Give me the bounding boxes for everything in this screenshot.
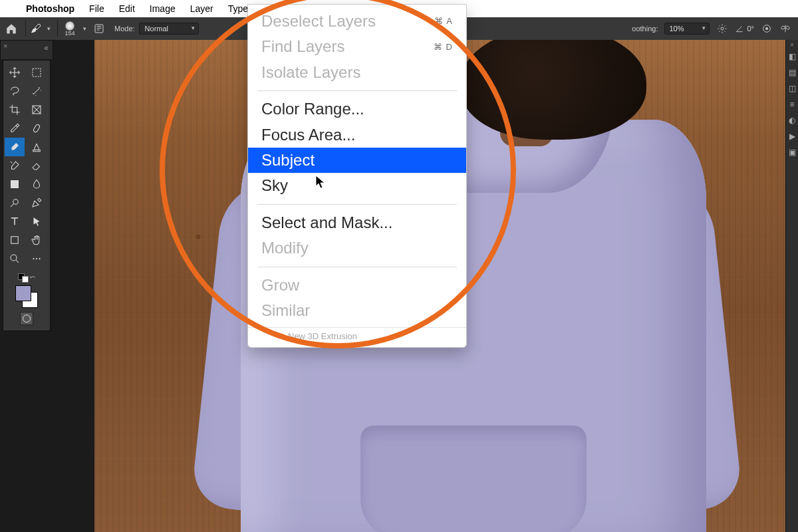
brush-tool-icon[interactable]: 🖌 — [29, 23, 43, 35]
default-colors-icon[interactable]: ⤺ — [15, 272, 38, 281]
menu-item-select-and-mask[interactable]: Select and Mask... — [248, 210, 466, 235]
divider — [25, 21, 26, 37]
edit-toolbar-icon[interactable] — [27, 249, 47, 268]
lasso-tool-icon[interactable] — [5, 82, 25, 100]
menu-item-label: Find Layers — [261, 36, 344, 57]
zoom-tool-icon[interactable] — [5, 249, 25, 268]
pressure-opacity-icon[interactable] — [761, 23, 773, 35]
brush-picker-caret-icon[interactable]: ▾ — [79, 25, 90, 32]
color-swatches[interactable] — [15, 285, 38, 308]
menu-item-isolate-layers[interactable]: Isolate Layers — [248, 60, 466, 85]
symmetry-butterfly-icon[interactable] — [779, 23, 791, 35]
clone-stamp-tool-icon[interactable] — [27, 138, 47, 156]
svg-point-3 — [765, 27, 768, 30]
panel-icon[interactable]: ≡ — [786, 96, 798, 112]
type-tool-icon[interactable] — [5, 212, 25, 231]
menu-item-deselect-layers[interactable]: Deselect Layers ⌘ A — [248, 9, 466, 34]
frame-tool-icon[interactable] — [27, 100, 47, 119]
quick-mask-icon[interactable] — [5, 312, 49, 325]
eraser-tool-icon[interactable] — [27, 156, 47, 175]
brush-tip-icon — [65, 21, 74, 31]
rect-marquee-tool-icon[interactable] — [27, 63, 47, 82]
eyedropper-tool-icon[interactable] — [5, 119, 25, 138]
pen-tool-icon[interactable] — [27, 194, 47, 212]
menu-separator — [257, 204, 457, 205]
svg-rect-6 — [33, 124, 40, 132]
brush-panel-icon[interactable] — [93, 23, 105, 35]
right-panel-dock[interactable]: × ◧ ▤ ◫ ≡ ◐ ▶ ▣ — [785, 40, 798, 532]
menu-item-label: Grow — [261, 275, 299, 296]
svg-point-10 — [11, 255, 17, 261]
menu-item-color-range[interactable]: Color Range... — [248, 96, 466, 122]
svg-point-1 — [721, 27, 724, 30]
svg-rect-0 — [95, 25, 103, 33]
menu-item-label: Subject — [261, 150, 315, 171]
panel-icon[interactable]: ▤ — [786, 65, 798, 80]
menu-item-grow[interactable]: Grow — [248, 273, 466, 298]
brush-tool-icon[interactable] — [5, 138, 25, 156]
menu-separator — [257, 267, 457, 267]
menu-item-label: New 3D Extrusion — [288, 331, 357, 341]
blend-mode-value: Normal — [145, 25, 168, 33]
panel-icon[interactable]: ◧ — [786, 49, 798, 65]
menu-app[interactable]: Photoshop — [19, 3, 82, 14]
tools-panel: ⤺ — [0, 60, 53, 331]
foreground-color-swatch[interactable] — [15, 285, 31, 301]
crop-tool-icon[interactable] — [5, 100, 25, 119]
menu-item-label: Select and Mask... — [261, 212, 392, 233]
menu-item-label: Modify — [261, 237, 309, 259]
tools-panel-header[interactable] — [0, 40, 53, 59]
menu-file[interactable]: File — [82, 3, 112, 14]
shortcut-label: ⌘ A — [434, 15, 453, 27]
healing-brush-tool-icon[interactable] — [27, 119, 47, 138]
smoothing-value: 10% — [669, 25, 684, 33]
workspace-gap — [52, 40, 94, 532]
tool-preset-caret-icon[interactable]: ▾ — [43, 25, 55, 32]
menu-item-label: Similar — [261, 300, 310, 321]
menu-image[interactable]: Image — [142, 3, 183, 14]
menu-item-similar[interactable]: Similar — [248, 298, 466, 323]
brush-preview[interactable]: 154 — [61, 19, 79, 38]
menu-edit[interactable]: Edit — [112, 3, 142, 14]
menu-item-focus-area[interactable]: Focus Area... — [248, 122, 466, 148]
menu-item-label: Sky — [261, 175, 288, 196]
brush-size-value: 154 — [65, 30, 74, 37]
panel-icon[interactable]: ▣ — [786, 144, 798, 160]
svg-point-12 — [36, 258, 37, 259]
path-select-tool-icon[interactable] — [27, 212, 47, 231]
menu-item-sky[interactable]: Sky — [248, 173, 466, 198]
menu-item-modify[interactable]: Modify — [248, 235, 466, 261]
panel-icon[interactable]: ◫ — [786, 80, 798, 96]
menu-item-find-layers[interactable]: Find Layers ⌘ D — [248, 34, 466, 59]
menu-item-label: Isolate Layers — [261, 62, 360, 83]
blur-tool-icon[interactable] — [27, 175, 47, 194]
brush-angle[interactable]: 0° — [735, 24, 754, 33]
home-icon[interactable] — [0, 17, 23, 40]
smoothing-label: oothing: — [632, 25, 658, 33]
mode-label: Mode: — [114, 25, 135, 33]
move-tool-icon[interactable] — [5, 63, 25, 82]
menu-item-label: Color Range... — [261, 98, 364, 120]
panel-icon[interactable]: ▶ — [786, 128, 798, 144]
menu-item-subject[interactable]: Subject — [248, 148, 466, 173]
svg-point-13 — [39, 258, 40, 259]
svg-rect-9 — [11, 237, 19, 244]
angle-value: 0° — [747, 25, 754, 33]
hand-tool-icon[interactable] — [27, 231, 47, 249]
svg-point-8 — [13, 200, 19, 205]
panel-icon[interactable]: ◐ — [786, 112, 798, 128]
dodge-tool-icon[interactable] — [5, 194, 25, 212]
menu-separator — [257, 90, 457, 91]
gradient-tool-icon[interactable] — [5, 175, 25, 194]
menu-item-label: Focus Area... — [261, 124, 355, 146]
menu-layer[interactable]: Layer — [183, 3, 221, 14]
menu-item-new-3d-extrusion[interactable]: New 3D Extrusion — [248, 327, 466, 343]
menu-item-label: Deselect Layers — [261, 11, 376, 32]
history-brush-tool-icon[interactable] — [5, 156, 25, 175]
shape-tool-icon[interactable] — [5, 231, 25, 249]
magic-wand-tool-icon[interactable] — [27, 82, 47, 100]
smoothing-gear-icon[interactable] — [716, 23, 728, 35]
blend-mode-dropdown[interactable]: Normal — [139, 23, 199, 35]
smoothing-dropdown[interactable]: 10% — [664, 23, 710, 35]
panel-close-icon[interactable]: × — [786, 40, 798, 49]
